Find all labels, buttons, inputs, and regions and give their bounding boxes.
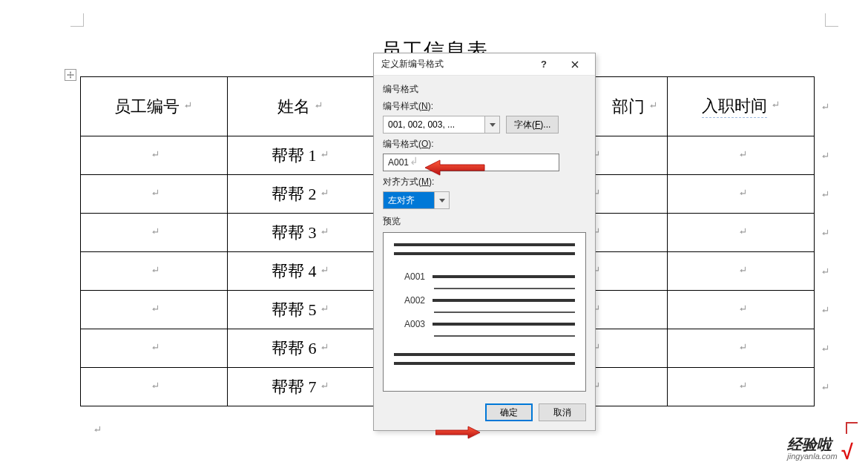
watermark-en: jingyanla.com [787,452,837,461]
preview-box: A001 A002 A003 [383,232,586,392]
cell-id[interactable] [81,175,228,214]
cell-date[interactable] [668,368,815,406]
column-header-id: 员工编号 [81,77,228,136]
font-button[interactable]: 字体(F)... [506,116,559,134]
cell-name[interactable]: 帮帮 5 [227,291,374,329]
watermark-cn: 经验啦 [787,437,837,452]
preview-rule [434,335,575,337]
alignment-value: 左对齐 [384,192,434,208]
watermark: 经验啦 jingyanla.com √ [787,437,852,461]
dialog-footer: 确定 取消 [374,398,595,430]
cell-name[interactable]: 帮帮 6 [227,329,374,368]
close-button[interactable] [559,54,591,75]
cell-id[interactable] [81,214,228,252]
table-move-handle-icon[interactable] [65,69,76,81]
number-format-input[interactable]: A001↲ [383,154,559,171]
number-format-value: A001 [388,157,409,168]
watermark-corner [846,422,858,434]
cell-date[interactable] [668,175,815,214]
cell-id[interactable] [81,329,228,368]
cell-name[interactable]: 帮帮 3 [227,214,374,252]
cell-date[interactable] [668,329,815,368]
column-header-name: 姓名 [227,77,374,136]
chevron-down-icon[interactable] [484,116,499,133]
preview-item: A002 [394,295,575,306]
number-style-value: 001, 002, 003, ... [384,116,484,133]
number-style-combo[interactable]: 001, 002, 003, ... [383,116,500,134]
chevron-down-icon[interactable] [434,192,449,208]
cell-id[interactable] [81,136,228,175]
cell-name[interactable]: 帮帮 4 [227,252,374,291]
preview-item: A003 [394,319,575,329]
preview-rule [434,288,575,289]
cell-id[interactable] [81,252,228,291]
help-button[interactable]: ? [528,54,559,75]
define-new-number-format-dialog[interactable]: 定义新编号格式 ? 编号格式 编号样式(N): 001, 002, 003, .… [373,53,596,431]
preview-item: A001 [394,271,575,282]
group-number-format-label: 编号格式 [383,83,586,96]
dialog-title: 定义新编号格式 [381,58,528,70]
cell-name[interactable]: 帮帮 7 [227,368,374,406]
alignment-combo[interactable]: 左对齐 [383,191,450,209]
cell-name[interactable]: 帮帮 1 [227,136,374,175]
cell-date[interactable] [668,136,815,175]
preview-rule [394,353,575,356]
preview-rule [434,312,575,313]
cell-date[interactable] [668,214,815,252]
preview-rule [394,243,575,246]
dialog-body: 编号格式 编号样式(N): 001, 002, 003, ... 字体(F)..… [374,76,595,398]
corner-guide [70,13,84,27]
cancel-button[interactable]: 取消 [539,403,586,421]
alignment-label: 对齐方式(M): [383,176,586,188]
preview-label: 预览 [383,215,586,228]
preview-rule [394,362,575,365]
dialog-titlebar[interactable]: 定义新编号格式 ? [374,53,595,76]
cell-id[interactable] [81,291,228,329]
cell-name[interactable]: 帮帮 2 [227,175,374,214]
paragraph-mark-icon [92,424,102,435]
corner-guide [825,13,838,27]
cell-id[interactable] [81,368,228,406]
column-header-date: 入职时间 [668,77,815,136]
cell-date[interactable] [668,291,815,329]
cell-date[interactable] [668,252,815,291]
ok-button[interactable]: 确定 [485,403,533,421]
number-format-label: 编号格式(O): [383,138,586,151]
check-icon: √ [841,444,852,461]
number-style-label: 编号样式(N): [383,100,586,113]
preview-rule [394,252,575,255]
